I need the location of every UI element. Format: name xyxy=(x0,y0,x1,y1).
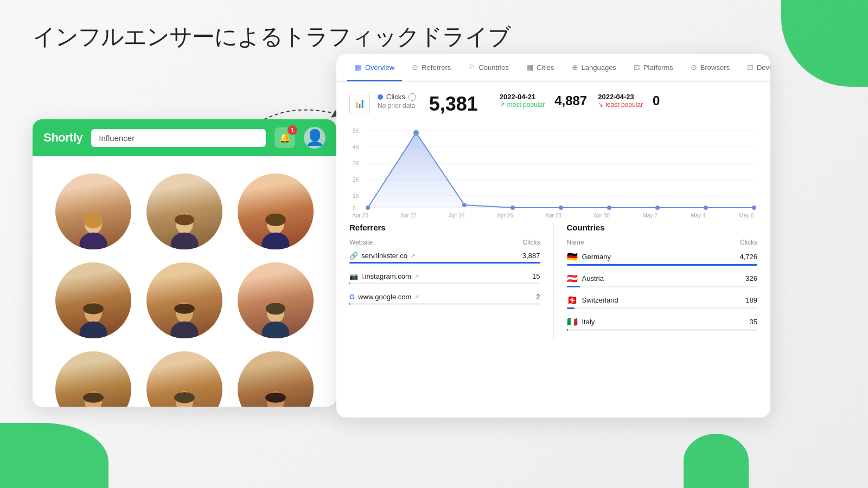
referrer-clicks-1: 3,887 xyxy=(522,252,540,260)
browsers-tab-icon: ⊙ xyxy=(691,63,697,72)
svg-text:Apr 22: Apr 22 xyxy=(400,213,417,219)
influencer-avatar-2 xyxy=(146,174,222,249)
svg-point-17 xyxy=(262,322,290,338)
svg-text:4K: 4K xyxy=(353,144,360,150)
bar-chart-icon: 📊 xyxy=(354,98,365,108)
svg-point-42 xyxy=(413,130,419,136)
country-row-italy: 🇮🇹 Italy 35 xyxy=(567,317,758,331)
svg-point-24 xyxy=(174,392,195,403)
referrer-name-2: 📷 l.instagram.com ↗ xyxy=(349,272,419,280)
influencer-avatar-1 xyxy=(55,174,131,249)
svg-point-47 xyxy=(655,206,660,210)
tab-referrers[interactable]: ⊙ Referrers xyxy=(404,54,458,81)
referrers-tab-icon: ⊙ xyxy=(412,63,418,72)
country-name-italy: 🇮🇹 Italy xyxy=(567,317,595,327)
overview-tab-icon: ▦ xyxy=(355,63,362,72)
shortly-logo: Shortly xyxy=(43,131,82,145)
flag-italy: 🇮🇹 xyxy=(567,317,578,327)
referrer-icon-3: G xyxy=(349,293,355,301)
tab-countries[interactable]: ⚐ Countries xyxy=(461,54,516,81)
flag-austria: 🇦🇹 xyxy=(567,273,578,284)
svg-point-49 xyxy=(752,206,756,210)
referrer-name-3: G www.google.com ↗ xyxy=(349,293,419,301)
country-clicks-austria: 326 xyxy=(745,274,757,282)
svg-text:2K: 2K xyxy=(353,177,360,183)
tab-overview-label: Overview xyxy=(365,63,394,72)
search-input[interactable] xyxy=(91,129,266,147)
devices-tab-icon: ⊡ xyxy=(747,63,754,72)
svg-point-12 xyxy=(83,303,104,314)
tab-cities-label: Cities xyxy=(537,63,554,72)
svg-point-3 xyxy=(84,213,103,228)
country-name-germany: 🇩🇪 Germany xyxy=(567,252,611,262)
svg-point-48 xyxy=(704,206,708,210)
referrers-title: Referrers xyxy=(349,223,540,232)
tab-platforms[interactable]: ⊡ Platforms xyxy=(626,54,681,81)
user-avatar[interactable]: 👤 xyxy=(304,127,326,149)
referrer-row-2: 📷 l.instagram.com ↗ 15 xyxy=(349,272,540,284)
stats-row: 📊 Clicks i No prior data 5,381 2022-04- xyxy=(349,93,757,115)
page-title: インフルエンサーによるトラフィックドライブ xyxy=(33,22,510,52)
analytics-panel: ▦ Overview ⊙ Referrers ⚐ Countries ▦ Cit… xyxy=(336,54,770,418)
svg-point-21 xyxy=(83,393,104,403)
svg-text:Apr 20: Apr 20 xyxy=(352,213,368,219)
tab-platforms-label: Platforms xyxy=(643,63,673,72)
svg-text:Apr 24: Apr 24 xyxy=(449,213,465,219)
ext-link-icon-3: ↗ xyxy=(414,294,419,300)
influencer-avatar-3 xyxy=(238,174,314,249)
countries-panel: Countries Name Clicks 🇩🇪 Germany 4,726 xyxy=(554,223,758,338)
decorative-blob-bottom-right xyxy=(684,434,749,488)
svg-marker-40 xyxy=(368,133,754,208)
tab-languages[interactable]: ⊕ Languages xyxy=(564,54,624,81)
flag-germany: 🇩🇪 xyxy=(567,252,578,262)
chart-area: 📊 Clicks i No prior data 5,381 2022-04- xyxy=(336,82,770,219)
tab-languages-label: Languages xyxy=(582,63,616,72)
cities-tab-icon: ▦ xyxy=(526,63,533,72)
notification-badge: 1 xyxy=(288,125,297,135)
svg-point-46 xyxy=(607,206,611,210)
tab-cities[interactable]: ▦ Cities xyxy=(519,54,562,81)
svg-text:0: 0 xyxy=(353,206,356,211)
svg-text:May 4: May 4 xyxy=(691,213,706,219)
blue-dot xyxy=(378,94,383,100)
country-name-austria: 🇦🇹 Austria xyxy=(567,273,604,284)
platforms-tab-icon: ⊡ xyxy=(634,63,640,72)
country-clicks-germany: 4,726 xyxy=(739,253,757,261)
least-popular-label: ↘ least popular xyxy=(598,101,643,108)
influencer-grid xyxy=(33,156,336,407)
lower-panels: Referrers Website Clicks 🔗 serv.linkster… xyxy=(336,223,770,351)
svg-point-43 xyxy=(462,203,467,207)
svg-point-41 xyxy=(366,206,370,210)
clicks-stat: 📊 Clicks i No prior data 5,381 xyxy=(349,93,478,115)
ext-link-icon-2: ↗ xyxy=(414,273,419,279)
svg-text:5K: 5K xyxy=(353,128,360,134)
country-row-switzerland: 🇨🇭 Switzerland 189 xyxy=(567,295,758,309)
flag-switzerland: 🇨🇭 xyxy=(567,295,578,305)
ext-link-icon-1: ↗ xyxy=(411,253,415,259)
notification-button[interactable]: 🔔 1 xyxy=(275,127,295,148)
countries-tab-icon: ⚐ xyxy=(468,63,475,72)
info-icon[interactable]: i xyxy=(409,93,416,101)
svg-text:May 2: May 2 xyxy=(642,213,658,219)
referrer-icon-2: 📷 xyxy=(349,272,358,280)
svg-point-5 xyxy=(171,233,199,249)
tab-devices[interactable]: ⊡ Devices xyxy=(739,54,770,81)
svg-text:Apr 26: Apr 26 xyxy=(497,213,513,219)
svg-point-2 xyxy=(80,233,107,249)
tab-browsers[interactable]: ⊙ Browsers xyxy=(683,54,737,81)
svg-point-45 xyxy=(559,206,563,210)
referrer-name-1: 🔗 serv.linkster.co ↗ xyxy=(349,252,415,260)
svg-point-15 xyxy=(174,304,195,314)
clicks-label: Clicks i xyxy=(378,93,416,101)
languages-tab-icon: ⊕ xyxy=(572,63,578,72)
svg-point-27 xyxy=(265,393,286,403)
svg-point-9 xyxy=(265,214,286,226)
referrer-icon-1: 🔗 xyxy=(349,252,358,260)
tab-overview[interactable]: ▦ Overview xyxy=(347,54,402,81)
svg-point-6 xyxy=(175,214,194,225)
influencer-avatar-8 xyxy=(146,351,222,407)
influencer-avatar-6 xyxy=(238,262,314,338)
svg-text:3K: 3K xyxy=(353,160,360,166)
analytics-tabs: ▦ Overview ⊙ Referrers ⚐ Countries ▦ Cit… xyxy=(336,54,770,82)
shortly-header: Shortly 🔔 1 👤 xyxy=(33,119,336,156)
